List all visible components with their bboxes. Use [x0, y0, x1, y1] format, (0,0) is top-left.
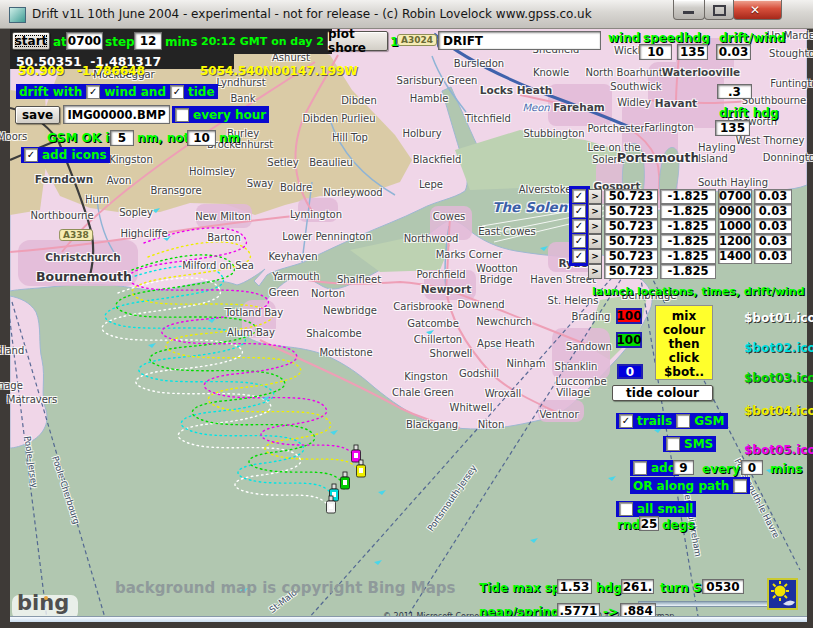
speed-label: speed: [643, 31, 684, 45]
launch-enable-checkbox[interactable]: ✓: [572, 189, 586, 203]
gsm-far-field[interactable]: 10: [187, 130, 216, 146]
gsm-ok-label: GSM OK in: [47, 131, 118, 145]
launch-enable-checkbox[interactable]: ✓: [572, 249, 586, 263]
launch-enable-checkbox[interactable]: ✓: [572, 219, 586, 233]
launch-time-field[interactable]: 0900: [718, 204, 752, 219]
start-time-field[interactable]: 0700: [66, 32, 103, 50]
add-bar: add: [630, 460, 679, 476]
mins-label: mins: [165, 35, 197, 49]
wind-checkbox[interactable]: ✓: [86, 85, 100, 99]
launch-time-field[interactable]: 1200: [718, 234, 752, 249]
add-count-field[interactable]: 9: [673, 460, 694, 475]
gsm-near-field[interactable]: 5: [110, 130, 134, 146]
sun-icon: [769, 580, 796, 608]
drift-factor-field[interactable]: .3: [717, 84, 752, 99]
launch-go-button[interactable]: >: [588, 189, 602, 204]
minimize-button[interactable]: [673, 0, 705, 20]
gsm-checkbox[interactable]: [676, 414, 690, 428]
turn-time-field[interactable]: 0530: [702, 579, 744, 594]
launch-lon-field[interactable]: -1.825: [660, 219, 716, 234]
launch-drift-field[interactable]: 0.03: [754, 219, 792, 234]
tide-checkbox[interactable]: ✓: [170, 85, 184, 99]
rnd-degs-field[interactable]: 25: [639, 516, 659, 531]
save-button[interactable]: save: [15, 106, 60, 124]
bot-icon-label[interactable]: $bot01.ico: [744, 311, 813, 325]
launch-drift-field[interactable]: 0.03: [754, 249, 792, 264]
green-value-swatch[interactable]: 100: [616, 332, 642, 348]
every-hour-checkbox[interactable]: [175, 108, 189, 122]
launch-go-button[interactable]: >: [588, 204, 602, 219]
bottle-icon-green: [341, 472, 350, 489]
bot-icon-label[interactable]: $bot02.ico: [744, 341, 813, 355]
add-checkbox[interactable]: [633, 461, 647, 475]
red-value-swatch[interactable]: 100: [616, 308, 642, 324]
all-small-checkbox[interactable]: [619, 502, 633, 516]
launch-lat-field[interactable]: 50.723: [604, 249, 658, 264]
or-along-path-checkbox[interactable]: [733, 479, 747, 493]
launch-lon-field[interactable]: -1.825: [660, 204, 716, 219]
launch-go-button[interactable]: >: [588, 234, 602, 249]
bottom-scroll-strip[interactable]: [10, 616, 807, 622]
day-night-button[interactable]: [767, 578, 798, 610]
wind-hdg-field[interactable]: 135: [677, 44, 708, 60]
bot-icon-label[interactable]: $bot04.ico: [744, 404, 813, 418]
start-button[interactable]: start: [12, 32, 50, 50]
rnd-label: rnd: [617, 518, 640, 532]
at-label: at: [53, 35, 67, 49]
launch-lon-field[interactable]: -1.825: [660, 189, 716, 204]
launch-lat-field[interactable]: 50.723: [604, 189, 658, 204]
launch-go-button[interactable]: >: [588, 264, 602, 279]
tide-colour-button[interactable]: tide colour: [612, 385, 713, 401]
mix-hint-line: then: [656, 337, 712, 351]
maximize-icon: [713, 5, 726, 16]
launch-lat-field[interactable]: 50.723: [604, 204, 658, 219]
launch-time-field[interactable]: 0700: [718, 189, 752, 204]
bot-icon-label[interactable]: $bot05.ico: [744, 443, 813, 457]
add-icons-checkbox[interactable]: ✓: [24, 148, 38, 162]
close-button[interactable]: ✕: [733, 0, 782, 20]
launch-lon-field[interactable]: -1.825: [660, 234, 716, 249]
plot-shore-button[interactable]: plot shore: [327, 31, 388, 51]
tide-hdg-label: hdg: [596, 581, 622, 595]
launch-lon-field[interactable]: -1.825: [660, 264, 716, 279]
blue-value-swatch[interactable]: 0: [617, 364, 643, 379]
launch-time-field[interactable]: 1000: [718, 219, 752, 234]
bot-icon-label[interactable]: $bot03.ico: [744, 371, 813, 385]
purbeck-landmass: [10, 296, 47, 448]
window-title: Drift v1L 10th June 2004 - experimental …: [32, 7, 592, 21]
drift-wind-field[interactable]: 0.03: [716, 44, 751, 60]
launch-drift-field[interactable]: 0.03: [754, 204, 792, 219]
launch-table-row: >50.723-1.825: [572, 264, 716, 279]
launch-lon-field[interactable]: -1.825: [660, 249, 716, 264]
gsm-not-label: nm, not: [137, 131, 189, 145]
launch-lat-field[interactable]: 50.723: [604, 234, 658, 249]
launch-drift-field[interactable]: 0.03: [754, 234, 792, 249]
wind-and-label: wind and: [104, 85, 166, 99]
launch-drift-field[interactable]: 0.03: [754, 189, 792, 204]
drift-hdg-field[interactable]: 135: [715, 120, 750, 136]
launch-time-field[interactable]: 1400: [718, 249, 752, 264]
wind-speed-field[interactable]: 10: [639, 44, 672, 60]
launch-enable-checkbox[interactable]: ✓: [572, 204, 586, 218]
nmea-readout: 5054.540N00147.199W: [200, 64, 358, 78]
tide-max-field[interactable]: 1.53: [557, 579, 592, 594]
step-mins-field[interactable]: 12: [134, 32, 162, 50]
launch-lat-field[interactable]: 50.723: [604, 264, 658, 279]
trails-checkbox[interactable]: ✓: [619, 414, 633, 428]
tide-hdg-field[interactable]: 261.: [621, 579, 654, 594]
maximize-button[interactable]: [704, 0, 734, 20]
route-name-field[interactable]: DRIFT: [438, 31, 601, 50]
launch-table-row: ✓>50.723-1.82512000.03: [572, 234, 792, 249]
save-filename-field[interactable]: IMG00000.BMP: [63, 105, 170, 124]
sms-checkbox[interactable]: [666, 437, 680, 451]
launch-lat-field[interactable]: 50.723: [604, 219, 658, 234]
launch-enable-checkbox[interactable]: ✓: [572, 234, 586, 248]
lat-readout: 50.909: [18, 64, 64, 78]
or-along-path-bar: OR along path: [630, 477, 750, 494]
launch-go-button[interactable]: >: [588, 249, 602, 264]
tide-slider[interactable]: [638, 601, 769, 607]
drift-with-label: drift with: [19, 85, 82, 99]
every-mins-field[interactable]: 0: [741, 460, 763, 475]
launch-go-button[interactable]: >: [588, 219, 602, 234]
all-small-label: all small: [637, 502, 693, 516]
